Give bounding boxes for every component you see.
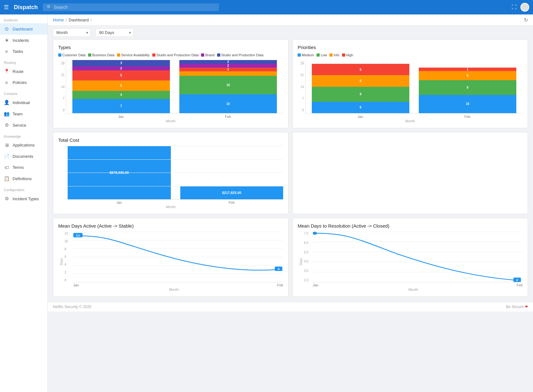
service-icon: ⚙ — [4, 122, 9, 128]
sidebar-item-terms[interactable]: 🏷 Terms — [0, 162, 48, 173]
breadcrumb-current: Dashboard — [69, 18, 89, 22]
sidebar-label-definitions: Definitions — [13, 176, 32, 181]
svg-text:3: 3 — [278, 268, 280, 271]
priorities-chart-card: Priorities Medium Low Info — [292, 39, 528, 128]
total-cost-chart-area: $878,936.00 $217,825.00 Jan Feb Month — [58, 146, 283, 209]
range-filter[interactable]: 90 Days 30 Days 7 Days — [96, 28, 133, 37]
range-filter-wrap: 90 Days 30 Days 7 Days — [96, 28, 133, 37]
sidebar: Incidents ⊙ Dashboard ★ Incidents ≡ Task… — [0, 14, 48, 392]
dashboard-grid: Types Customer Data Business Data Servic… — [48, 39, 533, 302]
sidebar-item-policies[interactable]: ≡ Policies — [0, 77, 48, 88]
legend-item-studio2: Studio and Production Data — [217, 53, 264, 57]
mean-days-resolution-title: Mean Days to Resolution (Active -> Close… — [298, 223, 523, 229]
sidebar-label-policies: Policies — [13, 80, 27, 85]
sidebar-section-routing: Routing 📍 Route ≡ Policies — [0, 57, 48, 88]
avatar[interactable] — [520, 3, 529, 12]
hamburger-icon[interactable]: ☰ — [4, 4, 9, 11]
sidebar-item-incidents[interactable]: ★ Incidents — [0, 35, 48, 46]
individual-icon: 👤 — [4, 100, 9, 105]
section-label-contacts: Contacts — [0, 88, 48, 97]
mean-resolution-start-label: Jan — [313, 283, 318, 287]
breadcrumb-home[interactable]: Home — [53, 18, 64, 22]
priorities-chart-area: 07142128 6 — [298, 60, 523, 123]
fullscreen-icon[interactable]: ⛶ — [512, 4, 517, 10]
sidebar-label-documents: Documents — [13, 154, 33, 159]
route-icon: 📍 — [4, 69, 9, 74]
svg-point-6 — [313, 232, 317, 235]
team-icon: 👥 — [4, 111, 9, 117]
definitions-icon: 📋 — [4, 176, 9, 181]
types-x-label: Month — [58, 119, 283, 123]
sidebar-label-incident-types: Incident Types — [13, 196, 39, 201]
section-label-routing: Routing — [0, 57, 48, 66]
sidebar-label-individual: Individual — [13, 100, 30, 105]
priorities-chart-title: Priorities — [298, 45, 523, 50]
legend-item-business: Business Data — [88, 53, 115, 57]
documents-icon: 📄 — [4, 153, 9, 159]
mean-active-start-label: Jan — [73, 283, 79, 287]
legend-low: Low — [317, 53, 327, 57]
incidents-icon: ★ — [4, 37, 9, 43]
period-filter[interactable]: Month Week Day — [53, 28, 91, 37]
applications-icon: 🖥 — [4, 142, 9, 148]
mean-days-active-chart-area: Days — [58, 232, 283, 291]
priorities-x-label: Month — [298, 119, 523, 123]
filter-bar: Month Week Day 90 Days 30 Days 7 Days — [48, 26, 533, 39]
breadcrumb: Home / Dashboard / — [53, 18, 92, 22]
sidebar-item-documents[interactable]: 📄 Documents — [0, 151, 48, 162]
mean-days-active-card: Mean Days Active (Active -> Stable) Days — [53, 218, 289, 297]
legend-item-studio1: Studio and Production Data — [152, 53, 199, 57]
sidebar-item-applications[interactable]: 🖥 Applications — [0, 140, 48, 151]
total-cost-title: Total Cost — [58, 137, 283, 143]
sidebar-item-route[interactable]: 📍 Route — [0, 66, 48, 77]
breadcrumb-sep1: / — [66, 18, 67, 22]
types-chart-area: 07142128 — [58, 60, 283, 123]
legend-item-customer: Customer Data — [58, 53, 86, 57]
svg-text:2: 2 — [516, 279, 518, 282]
sidebar-label-terms: Terms — [13, 165, 24, 170]
refresh-icon[interactable]: ↻ — [524, 17, 528, 23]
policies-icon: ≡ — [4, 80, 9, 85]
sidebar-section-knowledge: Knowledge 🖥 Applications 📄 Documents 🏷 T… — [0, 131, 48, 184]
mean-active-y-label: Days — [60, 258, 63, 265]
sidebar-label-route: Route — [13, 69, 24, 74]
mean-active-line-svg: 11 3 — [73, 232, 283, 282]
mean-active-x-label: Month — [65, 288, 283, 291]
heart-icon: ❤ — [525, 305, 528, 309]
types-chart-card: Types Customer Data Business Data Servic… — [53, 39, 289, 128]
sidebar-item-definitions[interactable]: 📋 Definitions — [0, 173, 48, 184]
breadcrumb-bar: Home / Dashboard / ↻ — [48, 14, 533, 26]
topbar: ☰ Dispatch 🔍 ⛶ — [0, 0, 533, 14]
legend-item-service: Service Availability — [117, 53, 150, 57]
sidebar-section-incidents: Incidents ⊙ Dashboard ★ Incidents ≡ Task… — [0, 14, 48, 57]
search-box: 🔍 — [43, 3, 219, 11]
search-icon: 🔍 — [47, 5, 52, 10]
tasks-icon: ≡ — [4, 49, 9, 54]
sidebar-item-individual[interactable]: 👤 Individual — [0, 97, 48, 108]
legend-item-brand: Brand — [201, 53, 214, 57]
sidebar-label-incidents: Incidents — [13, 38, 29, 43]
main-content: Home / Dashboard / ↻ Month Week Day 90 D… — [48, 14, 533, 392]
sidebar-item-dashboard[interactable]: ⊙ Dashboard — [0, 23, 48, 35]
sidebar-item-team[interactable]: 👥 Team — [0, 108, 48, 119]
legend-high: High — [342, 53, 353, 57]
cost-x-label: Month — [58, 205, 283, 209]
terms-icon: 🏷 — [4, 165, 9, 170]
sidebar-label-tasks: Tasks — [13, 49, 23, 54]
topbar-right: ⛶ — [512, 3, 529, 12]
mean-days-resolution-chart-area: Days 7.06.05.04.03.02.0 — [298, 232, 523, 291]
mean-resolution-end-label: Feb — [517, 283, 523, 287]
sidebar-item-tasks[interactable]: ≡ Tasks — [0, 46, 48, 57]
sidebar-item-service[interactable]: ⚙ Service — [0, 119, 48, 131]
mean-days-resolution-card: Mean Days to Resolution (Active -> Close… — [292, 218, 528, 297]
total-cost-chart-card: Total Cost $878,936.00 — [53, 132, 289, 214]
mean-resolution-line-svg: 2 — [313, 232, 523, 282]
search-input[interactable] — [54, 5, 215, 10]
sidebar-section-configuration: Configuration ⚙ Incident Types — [0, 184, 48, 204]
sidebar-item-incident-types[interactable]: ⚙ Incident Types — [0, 193, 48, 204]
priorities-legend: Medium Low Info High — [298, 53, 523, 57]
types-legend: Customer Data Business Data Service Avai… — [58, 53, 283, 57]
incident-types-icon: ⚙ — [4, 196, 9, 202]
empty-chart-card — [292, 132, 528, 214]
sidebar-section-contacts: Contacts 👤 Individual 👥 Team ⚙ Service — [0, 88, 48, 131]
